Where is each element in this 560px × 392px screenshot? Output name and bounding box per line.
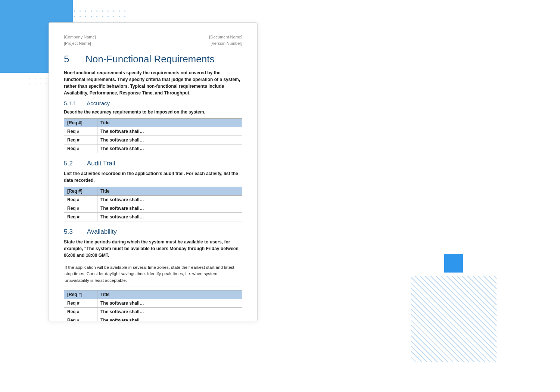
heading-5-2: 5.2 Audit Trail xyxy=(64,160,242,167)
col-req-num: [Req #] xyxy=(64,119,97,127)
decoration-hatch-pattern xyxy=(411,276,497,362)
document-name: [Document Name] xyxy=(209,34,242,40)
table-row: The software shall… xyxy=(262,130,429,138)
body-text: the system's capacity requirements in re… xyxy=(262,80,429,100)
requirements-table: Title The software shall… The software s… xyxy=(262,103,429,138)
table-row: The software shall… xyxy=(262,205,429,213)
col-req-num: [Req #] xyxy=(64,290,97,299)
col-req-num: [Req #] xyxy=(64,187,97,196)
table-header-row: [Req #]Title xyxy=(64,119,242,127)
table-header-row: Title xyxy=(262,179,429,187)
table-row: The software shall… xyxy=(262,273,429,281)
decoration-small-square xyxy=(444,254,463,273)
table-row: Req #The software shall… xyxy=(64,299,242,307)
heading-5-3: 5.3 Availability xyxy=(64,228,242,236)
body-text: State the time periods during which the … xyxy=(64,239,242,259)
requirements-table: Title The software shall… The software s… xyxy=(262,178,429,213)
heading-5-1-1: 5.1.1 Accuracy xyxy=(64,100,242,106)
col-title: Title xyxy=(97,290,242,299)
table-header-row: Title xyxy=(262,247,429,256)
company-name: [Company Name] xyxy=(64,34,96,40)
stage: y Name] lame] [Document Name] [Version N… xyxy=(0,0,560,392)
table-header-row: Title xyxy=(262,104,429,112)
table-row: Req #The software shall… xyxy=(64,127,242,136)
heading-operational-requirements: Operational Requirements xyxy=(262,220,429,227)
table-row: Req #The software shall… xyxy=(64,213,242,221)
requirements-table: [Req #]Title Req #The software shall… Re… xyxy=(64,187,242,221)
col-title: Title xyxy=(276,179,429,187)
col-title: Title xyxy=(276,247,429,256)
table-header-row: [Req #]Title xyxy=(64,290,242,299)
project-name: [Project Name] xyxy=(64,40,96,47)
table-row: Req #The software shall… xyxy=(64,144,242,153)
table-header-row: [Req #]Title xyxy=(64,187,242,196)
company-name: y Name] xyxy=(262,49,277,55)
table-row: The software shall… xyxy=(262,264,429,273)
project-name: lame] xyxy=(262,55,277,62)
doc-header: [Company Name] [Project Name] [Document … xyxy=(64,34,242,48)
table-row: The software shall… xyxy=(262,256,429,264)
body-text: List the activities recorded in the appl… xyxy=(64,170,242,184)
body-text: e operational requirements and contingen… xyxy=(262,230,429,244)
table-row: The software shall… xyxy=(262,187,429,196)
table-row: The software shall… xyxy=(262,112,429,121)
heading-section-5: 5 Non-Functional Requirements xyxy=(64,53,242,65)
version-number: [Version Number] xyxy=(396,55,429,62)
table-row: Req #The software shall… xyxy=(64,204,242,213)
col-title: Title xyxy=(97,187,242,196)
table-row: Req #The software shall… xyxy=(64,136,242,144)
table-row: Req #The software shall… xyxy=(64,316,242,321)
doc-header: y Name] lame] [Document Name] [Version N… xyxy=(262,49,429,63)
heading-data-retention: Data Retention xyxy=(262,145,429,152)
heading-capacity-limits: Capacity Limits xyxy=(262,70,429,77)
requirements-table: [Req #]Title Req #The software shall… Re… xyxy=(64,118,242,153)
body-text: e specific performance requirements for … xyxy=(262,299,429,325)
document-name: [Document Name] xyxy=(396,49,429,55)
table-row: Req #The software shall… xyxy=(64,196,242,204)
note-text: If the application will be available in … xyxy=(64,262,242,286)
body-text: Describe the accuracy requirements to be… xyxy=(64,109,242,115)
table-row: The software shall… xyxy=(262,121,429,130)
heading-performance: Performance xyxy=(262,288,429,296)
document-page-1: [Company Name] [Project Name] [Document … xyxy=(49,22,258,321)
requirements-table: Title The software shall… The software s… xyxy=(262,247,429,281)
requirements-table: [Req #]Title Req #The software shall… Re… xyxy=(64,290,242,321)
table-row: Req #The software shall… xyxy=(64,307,242,316)
table-row: The software shall… xyxy=(262,196,429,205)
col-title: Title xyxy=(97,119,242,127)
body-text: he length of time data must be retained … xyxy=(262,155,429,175)
version-number: [Version Number] xyxy=(209,40,242,47)
section-intro: Non-functional requirements specify the … xyxy=(64,69,242,96)
col-title: Title xyxy=(276,104,429,112)
